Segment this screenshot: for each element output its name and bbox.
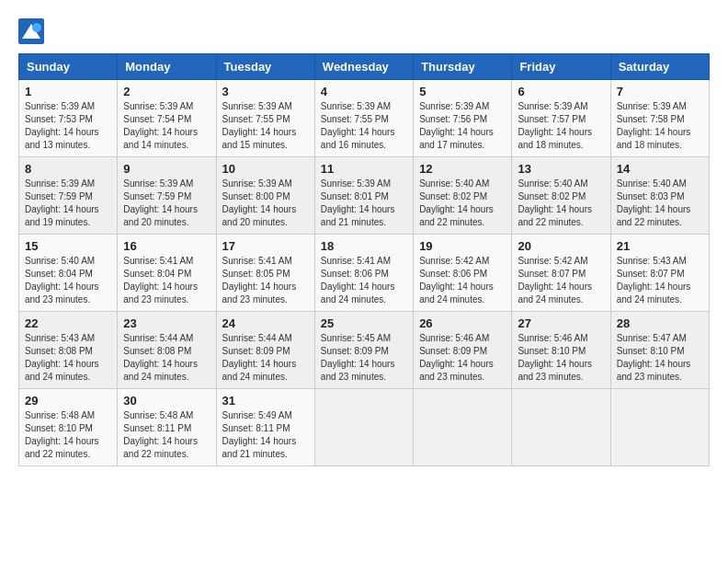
calendar-day-cell	[414, 389, 512, 466]
calendar-day-cell: 21Sunrise: 5:43 AM Sunset: 8:07 PM Dayli…	[610, 235, 709, 312]
day-info: Sunrise: 5:48 AM Sunset: 8:10 PM Dayligh…	[25, 409, 111, 461]
calendar-day-cell: 31Sunrise: 5:49 AM Sunset: 8:11 PM Dayli…	[216, 389, 314, 466]
day-number: 22	[25, 316, 111, 330]
col-header-thursday: Thursday	[414, 54, 512, 80]
calendar-day-cell: 5Sunrise: 5:39 AM Sunset: 7:56 PM Daylig…	[414, 80, 512, 157]
day-info: Sunrise: 5:39 AM Sunset: 7:55 PM Dayligh…	[222, 100, 309, 152]
day-info: Sunrise: 5:41 AM Sunset: 8:05 PM Dayligh…	[222, 255, 309, 306]
calendar-week-2: 8Sunrise: 5:39 AM Sunset: 7:59 PM Daylig…	[19, 157, 710, 235]
day-info: Sunrise: 5:42 AM Sunset: 8:07 PM Dayligh…	[518, 255, 604, 306]
calendar-day-cell: 13Sunrise: 5:40 AM Sunset: 8:02 PM Dayli…	[512, 157, 610, 235]
calendar-week-3: 15Sunrise: 5:40 AM Sunset: 8:04 PM Dayli…	[19, 235, 710, 312]
day-number: 30	[123, 394, 210, 408]
calendar-day-cell: 19Sunrise: 5:42 AM Sunset: 8:06 PM Dayli…	[414, 235, 512, 312]
day-number: 16	[123, 239, 210, 253]
calendar-day-cell: 2Sunrise: 5:39 AM Sunset: 7:54 PM Daylig…	[118, 80, 216, 157]
col-header-saturday: Saturday	[610, 54, 709, 80]
day-info: Sunrise: 5:49 AM Sunset: 8:11 PM Dayligh…	[222, 409, 309, 461]
day-info: Sunrise: 5:47 AM Sunset: 8:10 PM Dayligh…	[617, 332, 703, 384]
calendar-header-row: SundayMondayTuesdayWednesdayThursdayFrid…	[19, 54, 710, 80]
calendar-day-cell: 20Sunrise: 5:42 AM Sunset: 8:07 PM Dayli…	[512, 235, 610, 312]
col-header-monday: Monday	[118, 54, 216, 80]
day-number: 6	[518, 85, 604, 98]
day-number: 7	[617, 85, 703, 98]
calendar-day-cell: 25Sunrise: 5:45 AM Sunset: 8:09 PM Dayli…	[314, 312, 413, 389]
day-number: 17	[222, 239, 309, 253]
day-number: 15	[25, 239, 111, 253]
day-number: 24	[222, 316, 309, 330]
day-number: 28	[617, 316, 703, 330]
day-info: Sunrise: 5:39 AM Sunset: 7:57 PM Dayligh…	[518, 100, 604, 152]
calendar-day-cell	[512, 389, 610, 466]
day-number: 12	[419, 162, 506, 176]
day-info: Sunrise: 5:39 AM Sunset: 7:53 PM Dayligh…	[25, 100, 111, 152]
day-info: Sunrise: 5:41 AM Sunset: 8:04 PM Dayligh…	[123, 255, 210, 306]
day-info: Sunrise: 5:39 AM Sunset: 7:58 PM Dayligh…	[617, 100, 703, 152]
calendar-day-cell: 26Sunrise: 5:46 AM Sunset: 8:09 PM Dayli…	[414, 312, 512, 389]
day-info: Sunrise: 5:39 AM Sunset: 7:55 PM Dayligh…	[321, 100, 407, 152]
calendar-day-cell: 15Sunrise: 5:40 AM Sunset: 8:04 PM Dayli…	[19, 235, 118, 312]
calendar-day-cell	[314, 389, 413, 466]
day-number: 4	[321, 85, 407, 98]
calendar-day-cell: 8Sunrise: 5:39 AM Sunset: 7:59 PM Daylig…	[19, 157, 118, 235]
day-info: Sunrise: 5:40 AM Sunset: 8:04 PM Dayligh…	[25, 255, 111, 306]
col-header-wednesday: Wednesday	[314, 54, 413, 80]
day-number: 5	[419, 85, 506, 98]
day-info: Sunrise: 5:39 AM Sunset: 7:54 PM Dayligh…	[123, 100, 210, 152]
calendar-day-cell: 11Sunrise: 5:39 AM Sunset: 8:01 PM Dayli…	[314, 157, 413, 235]
day-number: 8	[25, 162, 111, 176]
day-info: Sunrise: 5:46 AM Sunset: 8:09 PM Dayligh…	[419, 332, 506, 384]
day-info: Sunrise: 5:41 AM Sunset: 8:06 PM Dayligh…	[321, 255, 407, 306]
calendar-day-cell: 6Sunrise: 5:39 AM Sunset: 7:57 PM Daylig…	[512, 80, 610, 157]
day-info: Sunrise: 5:39 AM Sunset: 7:59 PM Dayligh…	[25, 178, 111, 229]
calendar-week-4: 22Sunrise: 5:43 AM Sunset: 8:08 PM Dayli…	[19, 312, 710, 389]
calendar-day-cell: 23Sunrise: 5:44 AM Sunset: 8:08 PM Dayli…	[118, 312, 216, 389]
day-number: 1	[25, 85, 111, 98]
day-info: Sunrise: 5:44 AM Sunset: 8:09 PM Dayligh…	[222, 332, 309, 384]
logo-icon	[18, 18, 44, 44]
day-info: Sunrise: 5:39 AM Sunset: 7:59 PM Dayligh…	[123, 178, 210, 229]
calendar-week-1: 1Sunrise: 5:39 AM Sunset: 7:53 PM Daylig…	[19, 80, 710, 157]
calendar-day-cell: 9Sunrise: 5:39 AM Sunset: 7:59 PM Daylig…	[118, 157, 216, 235]
calendar-day-cell: 17Sunrise: 5:41 AM Sunset: 8:05 PM Dayli…	[216, 235, 314, 312]
calendar-day-cell: 12Sunrise: 5:40 AM Sunset: 8:02 PM Dayli…	[414, 157, 512, 235]
day-number: 10	[222, 162, 309, 176]
day-number: 26	[419, 316, 506, 330]
calendar-day-cell: 30Sunrise: 5:48 AM Sunset: 8:11 PM Dayli…	[118, 389, 216, 466]
calendar-day-cell: 3Sunrise: 5:39 AM Sunset: 7:55 PM Daylig…	[216, 80, 314, 157]
day-info: Sunrise: 5:46 AM Sunset: 8:10 PM Dayligh…	[518, 332, 604, 384]
day-info: Sunrise: 5:40 AM Sunset: 8:02 PM Dayligh…	[419, 178, 506, 229]
day-info: Sunrise: 5:39 AM Sunset: 8:00 PM Dayligh…	[222, 178, 309, 229]
page-header	[18, 18, 710, 44]
day-number: 19	[419, 239, 506, 253]
calendar-day-cell: 24Sunrise: 5:44 AM Sunset: 8:09 PM Dayli…	[216, 312, 314, 389]
calendar-table: SundayMondayTuesdayWednesdayThursdayFrid…	[18, 53, 710, 466]
day-info: Sunrise: 5:45 AM Sunset: 8:09 PM Dayligh…	[321, 332, 407, 384]
calendar-day-cell	[610, 389, 709, 466]
day-info: Sunrise: 5:39 AM Sunset: 7:56 PM Dayligh…	[419, 100, 506, 152]
day-info: Sunrise: 5:39 AM Sunset: 8:01 PM Dayligh…	[321, 178, 407, 229]
day-info: Sunrise: 5:43 AM Sunset: 8:07 PM Dayligh…	[617, 255, 703, 306]
day-info: Sunrise: 5:40 AM Sunset: 8:02 PM Dayligh…	[518, 178, 604, 229]
calendar-day-cell: 16Sunrise: 5:41 AM Sunset: 8:04 PM Dayli…	[118, 235, 216, 312]
calendar-day-cell: 27Sunrise: 5:46 AM Sunset: 8:10 PM Dayli…	[512, 312, 610, 389]
day-number: 13	[518, 162, 604, 176]
day-number: 2	[123, 85, 210, 98]
day-info: Sunrise: 5:43 AM Sunset: 8:08 PM Dayligh…	[25, 332, 111, 384]
day-number: 11	[321, 162, 407, 176]
calendar-day-cell: 7Sunrise: 5:39 AM Sunset: 7:58 PM Daylig…	[610, 80, 709, 157]
day-number: 18	[321, 239, 407, 253]
calendar-day-cell: 22Sunrise: 5:43 AM Sunset: 8:08 PM Dayli…	[19, 312, 118, 389]
calendar-day-cell: 28Sunrise: 5:47 AM Sunset: 8:10 PM Dayli…	[610, 312, 709, 389]
day-number: 21	[617, 239, 703, 253]
col-header-sunday: Sunday	[19, 54, 118, 80]
calendar-day-cell: 10Sunrise: 5:39 AM Sunset: 8:00 PM Dayli…	[216, 157, 314, 235]
day-info: Sunrise: 5:44 AM Sunset: 8:08 PM Dayligh…	[123, 332, 210, 384]
calendar-day-cell: 29Sunrise: 5:48 AM Sunset: 8:10 PM Dayli…	[19, 389, 118, 466]
day-number: 27	[518, 316, 604, 330]
day-number: 20	[518, 239, 604, 253]
col-header-tuesday: Tuesday	[216, 54, 314, 80]
day-info: Sunrise: 5:48 AM Sunset: 8:11 PM Dayligh…	[123, 409, 210, 461]
day-info: Sunrise: 5:42 AM Sunset: 8:06 PM Dayligh…	[419, 255, 506, 306]
calendar-day-cell: 18Sunrise: 5:41 AM Sunset: 8:06 PM Dayli…	[314, 235, 413, 312]
